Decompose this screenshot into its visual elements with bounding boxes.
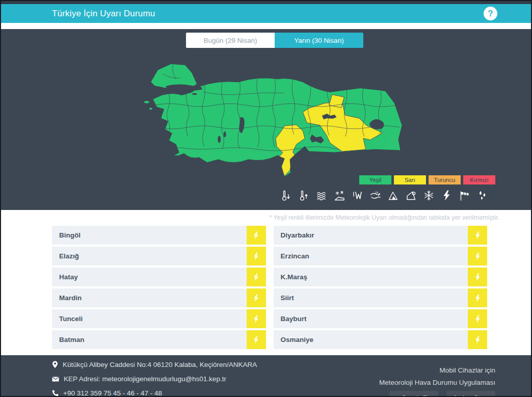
date-tabs: Bugün (29 Nisan) Yarın (30 Nisan) [186, 33, 363, 48]
city-row-batman[interactable]: Batman [52, 330, 266, 349]
header-gap [1, 23, 531, 29]
thunderstorm-warning-icon [468, 226, 487, 245]
city-name: Bingöl [59, 231, 81, 239]
city-name: Bayburt [281, 315, 307, 323]
heavy-rain-icon [352, 190, 363, 201]
footer-contact: Kütükçü Alibey Caddesi No:4 06120 Kalaba… [52, 360, 257, 397]
high-temperature-icon [298, 190, 310, 201]
city-row-erzincan[interactable]: Erzincan [274, 247, 488, 266]
phone-icon [52, 390, 59, 396]
thunderstorm-warning-icon [468, 247, 487, 266]
envelope-icon [52, 377, 59, 382]
kep-text: KEP Adresi: meteorolojigenelmudurlugu@hs… [64, 375, 226, 383]
city-row-bayburt[interactable]: Bayburt [274, 309, 488, 328]
snow-icon [423, 190, 435, 201]
city-warning-list: Bingöl Diyarbakır Elazığ Erzincan Hatay … [52, 226, 487, 349]
warning-level-legend: Yeşil Sarı Turuncu Kırmızı [359, 175, 495, 184]
help-icon[interactable]: ? [484, 7, 497, 20]
city-row-bingol[interactable]: Bingöl [52, 226, 266, 245]
agricultural-frost-icon [334, 190, 345, 201]
wind-icon [459, 190, 470, 201]
warning-status-page: Türkiye İçin Uyarı Durumu ? Bugün (29 Ni… [0, 0, 532, 397]
low-temperature-icon [280, 190, 292, 201]
thunderstorm-warning-icon [247, 330, 266, 349]
address-text: Kütükçü Alibey Caddesi No:4 06120 Kalaba… [63, 361, 257, 368]
yellow-warning-region-bayburt[interactable] [329, 95, 344, 108]
map-section: Bugün (29 Nisan) Yarın (30 Nisan) [1, 29, 531, 210]
phone-text: +90 312 359 75 45 - 46 - 47 - 48 [63, 389, 162, 397]
kep-line: KEP Adresi: meteorolojigenelmudurlugu@hs… [52, 375, 257, 383]
egirdir-lake [218, 136, 221, 143]
island [149, 108, 152, 110]
thunderstorm-warning-icon [247, 268, 266, 286]
fog-icon [316, 190, 328, 201]
thunderstorm-warning-icon [468, 309, 487, 328]
header-bar: Türkiye İçin Uyarı Durumu ? [1, 4, 531, 23]
city-name: Tunceli [59, 315, 83, 323]
warning-type-icons [280, 190, 488, 201]
tab-tomorrow[interactable]: Yarın (30 Nisan) [275, 33, 363, 48]
city-name: Elazığ [59, 252, 79, 260]
apple-icon [453, 395, 458, 397]
city-name: Hatay [59, 273, 78, 281]
thunderstorm-warning-icon [468, 288, 487, 307]
iznik-lake [192, 93, 197, 95]
dust-storm-icon [369, 190, 381, 201]
avalanche-icon [387, 190, 399, 201]
city-row-kmaras[interactable]: K.Maraş [274, 268, 488, 286]
tab-today[interactable]: Bugün (29 Nisan) [186, 33, 275, 48]
city-name: Erzincan [281, 252, 309, 260]
mobile-app-line2: Meteoroloji Hava Durumu Uygulaması [379, 379, 495, 386]
city-row-diyarbakir[interactable]: Diyarbakır [274, 226, 488, 245]
thunderstorm-warning-icon [247, 226, 266, 245]
thunderstorm-icon [441, 190, 453, 201]
city-row-elazig[interactable]: Elazığ [52, 247, 266, 266]
city-name: Batman [59, 336, 85, 343]
thunderstorm-warning-icon [247, 247, 266, 266]
turkey-map[interactable] [143, 59, 405, 178]
mobile-app-line1: Mobil Cihazlar için [379, 366, 495, 374]
thunderstorm-warning-icon [247, 288, 266, 307]
city-name: Mardin [59, 294, 82, 302]
city-row-siirt[interactable]: Siirt [274, 288, 488, 307]
no-warning-note: * Yeşil renkli illerimizde Meteorolojik … [1, 214, 531, 221]
rain-icon [476, 190, 488, 201]
thunderstorm-warning-icon [468, 330, 487, 349]
thunderstorm-warning-icon [247, 309, 266, 328]
city-name: Osmaniye [281, 336, 314, 343]
thunderstorm-warning-icon [468, 268, 487, 286]
city-row-osmaniye[interactable]: Osmaniye [274, 330, 488, 349]
google-play-badge[interactable]: Google Play [389, 391, 438, 397]
google-play-icon [393, 395, 398, 397]
address-line: Kütükçü Alibey Caddesi No:4 06120 Kalaba… [52, 360, 257, 369]
city-name: Diyarbakır [281, 231, 314, 239]
google-play-label: Google Play [402, 394, 435, 397]
store-badges: Google Play App Store [379, 391, 495, 397]
phone-line: +90 312 359 75 45 - 46 - 47 - 48 [52, 389, 257, 397]
location-pin-icon [52, 361, 58, 368]
legend-green: Yeşil [359, 175, 391, 184]
landslide-icon [405, 190, 417, 201]
city-row-hatay[interactable]: Hatay [52, 268, 266, 286]
city-name: Siirt [281, 294, 294, 302]
legend-yellow: Sarı [394, 175, 426, 184]
app-store-label: App Store [462, 394, 489, 397]
city-row-mardin[interactable]: Mardin [52, 288, 266, 307]
app-store-badge[interactable]: App Store [446, 391, 495, 397]
island [144, 101, 149, 103]
city-name: K.Maraş [281, 273, 308, 281]
beysehir-lake [224, 131, 226, 138]
footer: Kütükçü Alibey Caddesi No:4 06120 Kalaba… [1, 355, 531, 397]
thrace-landmass [151, 64, 197, 88]
footer-mobile-app: Mobil Cihazlar için Meteoroloji Hava Dur… [379, 360, 495, 397]
legend-orange: Turuncu [429, 175, 461, 184]
legend-red: Kırmızı [463, 175, 495, 184]
page-title: Türkiye İçin Uyarı Durumu [52, 9, 155, 19]
city-row-tunceli[interactable]: Tunceli [52, 309, 266, 328]
